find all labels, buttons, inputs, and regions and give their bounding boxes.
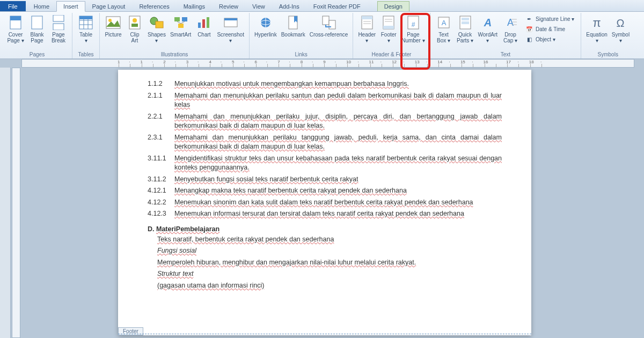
chart-button[interactable]: Chart	[194, 13, 214, 51]
doc-paragraph: Struktur text	[157, 269, 502, 279]
symbol-button[interactable]: ΩSymbol ▾	[610, 13, 631, 51]
signature-line-button[interactable]: ✒Signature Line ▾	[524, 14, 575, 24]
screenshot-button[interactable]: Screenshot ▾	[215, 13, 246, 51]
date-time-button[interactable]: 📅Date & Time	[524, 24, 575, 34]
header-button[interactable]: Header ▾	[356, 13, 377, 51]
ribbon-tabs: File Home Insert Page Layout References …	[0, 0, 644, 12]
dropcap-button[interactable]: ADrop Cap ▾	[500, 13, 521, 51]
footer-icon	[380, 14, 397, 31]
svg-text:#: #	[412, 21, 415, 28]
cover-page-icon	[7, 14, 24, 31]
doc-line: 4.12.1Menangkap makna teks naratif berbe…	[148, 186, 502, 196]
group-label-text: Text	[434, 51, 578, 58]
doc-line: 2.2.1Memahami dan menunjukkan perilaku j…	[148, 112, 502, 131]
svg-rect-35	[362, 16, 372, 19]
tab-view[interactable]: View	[245, 1, 272, 11]
svg-text:A: A	[507, 17, 514, 28]
doc-paragraph: Memperoleh hiburan, menghibur dan mengaj…	[157, 258, 502, 268]
equation-icon: π	[588, 14, 605, 31]
crossref-icon	[320, 14, 338, 31]
doc-line: 1.1.2Menunjukkan motivasi untuk mengemba…	[148, 79, 502, 89]
svg-rect-20	[178, 24, 184, 28]
group-label-symbols: Symbols	[584, 51, 631, 58]
hyperlink-icon	[257, 14, 274, 31]
svg-text:Ω: Ω	[617, 17, 625, 29]
tab-mailings[interactable]: Mailings	[177, 1, 212, 11]
svg-point-14	[133, 18, 137, 23]
text-small-stack: ✒Signature Line ▾ 📅Date & Time ◧Object ▾	[522, 13, 577, 51]
nav-panel-collapsed[interactable]	[0, 68, 11, 338]
textbox-button[interactable]: AText Box ▾	[434, 13, 454, 51]
group-pages: Cover Page ▾ Blank Page Page Break Pages	[2, 13, 72, 58]
svg-rect-39	[383, 26, 394, 29]
doc-line: 4.12.3Menemukan informasi tersurat dan t…	[148, 209, 502, 219]
dropcap-icon: A	[502, 14, 519, 31]
tab-references[interactable]: References	[132, 1, 176, 11]
object-icon: ◧	[525, 35, 533, 43]
group-symbols: πEquation ▾ ΩSymbol ▾ Symbols	[581, 13, 634, 58]
page-number-button[interactable]: #Page Number ▾	[400, 13, 426, 51]
shapes-button[interactable]: Shapes ▾	[146, 13, 167, 51]
ruler-vertical[interactable]	[12, 68, 20, 338]
signature-icon: ✒	[525, 14, 533, 23]
clipart-button[interactable]: Clip Art	[125, 13, 145, 51]
svg-rect-15	[131, 24, 138, 27]
tab-addins[interactable]: Add-Ins	[272, 1, 306, 11]
svg-rect-48	[462, 21, 469, 24]
ruler-horizontal[interactable]: 1·1·2·3·4·5·6·7·8·9·10·11·12·13·14·15·16…	[21, 59, 634, 68]
tab-foxit[interactable]: Foxit Reader PDF	[306, 1, 368, 11]
smartart-button[interactable]: SmartArt	[169, 13, 193, 51]
group-links: Hyperlink Bookmark Cross-reference Links	[250, 13, 353, 58]
svg-rect-19	[182, 17, 187, 21]
header-icon	[358, 14, 376, 31]
svg-rect-4	[53, 24, 64, 30]
hyperlink-button[interactable]: Hyperlink	[253, 13, 279, 51]
group-tables: Table ▾ Tables	[72, 13, 100, 58]
crossref-button[interactable]: Cross-reference	[308, 13, 350, 51]
smartart-icon	[172, 14, 189, 31]
table-button[interactable]: Table ▾	[76, 13, 96, 51]
textbox-icon: A	[435, 14, 452, 31]
tab-design[interactable]: Design	[377, 1, 409, 11]
ribbon: Cover Page ▾ Blank Page Page Break Pages…	[0, 12, 644, 59]
clipart-icon	[126, 14, 143, 31]
group-text: AText Box ▾ Quick Parts ▾ AWordArt ▾ ADr…	[430, 13, 582, 58]
symbol-icon: Ω	[612, 14, 629, 31]
cover-page-button[interactable]: Cover Page ▾	[5, 13, 26, 51]
page-break-button[interactable]: Page Break	[48, 13, 69, 51]
tab-review[interactable]: Review	[212, 1, 245, 11]
tab-home[interactable]: Home	[27, 1, 56, 11]
group-label-links: Links	[253, 51, 349, 58]
bookmark-button[interactable]: Bookmark	[280, 13, 307, 51]
tab-file[interactable]: File	[0, 1, 26, 11]
footer-button[interactable]: Footer ▾	[378, 13, 399, 51]
svg-rect-17	[156, 21, 163, 28]
svg-rect-25	[207, 17, 209, 28]
table-icon	[77, 14, 94, 31]
chart-icon	[195, 14, 213, 31]
tab-page-layout[interactable]: Page Layout	[85, 1, 133, 11]
svg-rect-10	[79, 16, 92, 19]
picture-button[interactable]: Picture	[103, 13, 123, 51]
quickparts-icon	[457, 14, 474, 31]
svg-rect-47	[462, 18, 469, 20]
object-button[interactable]: ◧Object ▾	[524, 34, 575, 44]
picture-icon	[105, 14, 122, 31]
screenshot-icon	[222, 14, 239, 31]
svg-rect-2	[32, 16, 42, 29]
document-page[interactable]: 1.1.2Menunjukkan motivasi untuk mengemba…	[118, 70, 531, 335]
footer-boundary	[118, 334, 531, 334]
group-label-tables: Tables	[76, 51, 96, 58]
group-illustrations: Picture Clip Art Shapes ▾ SmartArt Chart…	[100, 13, 250, 58]
wordart-button[interactable]: AWordArt ▾	[477, 13, 500, 51]
equation-button[interactable]: πEquation ▾	[584, 13, 609, 51]
section-heading: D. MateriPembelajaran	[148, 225, 502, 233]
svg-text:A: A	[441, 19, 446, 27]
wordart-icon: A	[479, 14, 496, 31]
bookmark-icon	[284, 14, 302, 31]
doc-paragraph: Teks naratif, berbentuk cerita rakyat pe…	[157, 235, 502, 245]
blank-page-button[interactable]: Blank Page	[27, 13, 47, 51]
tab-insert[interactable]: Insert	[56, 1, 85, 12]
doc-line: 3.11.1Mengidentifikasi struktur teks dan…	[148, 154, 502, 173]
quickparts-button[interactable]: Quick Parts ▾	[455, 13, 475, 51]
